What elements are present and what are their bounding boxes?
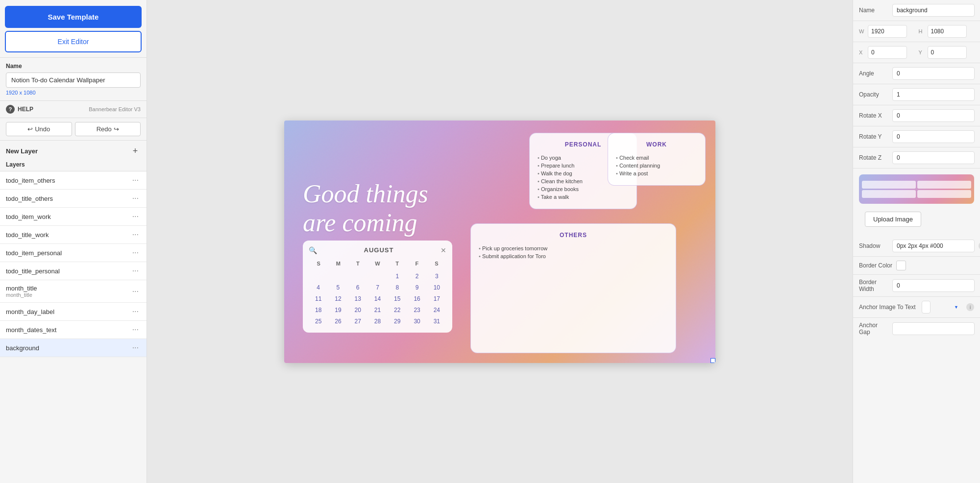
angle-input[interactable]	[892, 67, 975, 80]
layer-menu-button[interactable]: ···	[130, 176, 141, 185]
cal-day: 27	[348, 316, 368, 327]
opacity-input[interactable]	[892, 88, 975, 101]
day-label-wed: W	[368, 259, 387, 268]
right-sidebar: Name W H X Y Angle Opacity Rotate X	[853, 0, 980, 483]
cal-day: 2	[407, 271, 426, 282]
upload-image-button[interactable]: Upload Image	[865, 212, 921, 227]
layers-label: Layers	[0, 159, 147, 171]
layer-item-month-day-label[interactable]: month_day_label ···	[0, 303, 147, 321]
anchor-select-wrapper	[922, 301, 962, 314]
main-canvas[interactable]: Good things are coming 🔍 AUGUST ✕ S M T …	[147, 0, 853, 483]
layer-name: month_title	[6, 285, 37, 292]
canvas-resize-handle[interactable]	[710, 358, 715, 363]
border-color-swatch[interactable]	[896, 261, 906, 270]
border-width-label: Border Width	[859, 279, 888, 292]
layer-menu-button[interactable]: ···	[130, 287, 141, 296]
layer-name: month_day_label	[6, 308, 54, 315]
layer-menu-button[interactable]: ···	[130, 307, 141, 316]
others-card-items: Pick up groceries tomorrow Submit applic…	[479, 244, 668, 260]
layer-item-todo-item-others[interactable]: todo_item_others ···	[0, 171, 147, 190]
layer-item-month-dates-text[interactable]: month_dates_text ···	[0, 321, 147, 339]
save-template-button[interactable]: Save Template	[5, 6, 142, 28]
name-label: Name	[6, 63, 141, 70]
new-layer-label: New Layer	[6, 147, 38, 155]
layer-menu-button[interactable]: ···	[130, 194, 141, 203]
template-name-input[interactable]	[6, 72, 141, 88]
wh-row: W H	[853, 21, 980, 42]
cal-day: 28	[368, 316, 387, 327]
layer-item-month-title[interactable]: month_title month_title ···	[0, 280, 147, 303]
layer-menu-button[interactable]: ···	[130, 212, 141, 221]
y-label: Y	[919, 49, 925, 55]
y-input[interactable]	[928, 46, 967, 59]
shadow-input[interactable]	[892, 240, 975, 252]
cal-day: 1	[388, 271, 407, 282]
rotate-x-label: Rotate X	[859, 112, 888, 119]
calendar-header: 🔍 AUGUST ✕	[309, 246, 446, 254]
border-width-input[interactable]	[892, 279, 975, 292]
layer-menu-button[interactable]: ···	[130, 248, 141, 257]
canvas-wrapper: Good things are coming 🔍 AUGUST ✕ S M T …	[284, 121, 715, 363]
layer-item-background[interactable]: background ···	[0, 339, 147, 357]
rotate-z-input[interactable]	[892, 151, 975, 164]
calendar-month: AUGUST	[364, 246, 394, 254]
cal-day: 31	[427, 316, 446, 327]
w-input[interactable]	[868, 25, 907, 38]
help-button[interactable]: ? HELP	[6, 105, 33, 114]
layer-name: month_dates_text	[6, 326, 56, 334]
layer-name: todo_item_others	[6, 177, 55, 184]
layer-item-todo-title-others[interactable]: todo_title_others ···	[0, 190, 147, 208]
cal-day: 23	[407, 305, 426, 315]
others-card-title: OTHERS	[479, 232, 668, 239]
cal-day: 13	[348, 293, 368, 304]
work-card-title: WORK	[616, 141, 697, 148]
layer-menu-button[interactable]: ···	[130, 343, 141, 352]
cal-day: 5	[328, 282, 347, 293]
x-group: X	[859, 46, 915, 59]
h-group: H	[919, 25, 975, 38]
h-input[interactable]	[928, 25, 967, 38]
layer-item-todo-item-work[interactable]: todo_item_work ···	[0, 208, 147, 226]
preview-grid	[859, 178, 974, 201]
undo-label: Undo	[35, 125, 50, 133]
calendar-widget[interactable]: 🔍 AUGUST ✕ S M T W T F S	[303, 241, 452, 333]
rotate-y-input[interactable]	[892, 130, 975, 143]
help-icon: ?	[6, 105, 15, 114]
anchor-gap-input[interactable]	[892, 322, 975, 335]
redo-button[interactable]: Redo ↪	[75, 122, 141, 136]
day-label-tue: T	[348, 259, 368, 268]
preview-thumbnail	[859, 174, 974, 204]
anchor-gap-label: Anchor Gap	[859, 322, 888, 336]
exit-editor-button[interactable]: Exit Editor	[5, 31, 142, 52]
canvas-preview[interactable]: Good things are coming 🔍 AUGUST ✕ S M T …	[284, 121, 715, 363]
anchor-select[interactable]	[922, 301, 931, 314]
cal-day: 7	[368, 282, 387, 293]
cal-day: 10	[427, 282, 446, 293]
work-item-1: Check email	[616, 154, 697, 162]
layer-item-todo-title-personal[interactable]: todo_title_personal ···	[0, 262, 147, 280]
cal-day	[309, 271, 328, 282]
layer-menu-button[interactable]: ···	[130, 266, 141, 275]
name-field-input[interactable]	[892, 4, 975, 17]
rotate-z-row: Rotate Z	[853, 147, 980, 169]
shadow-row: Shadow i	[853, 236, 980, 257]
name-section: Name 1920 x 1080	[0, 58, 147, 100]
x-input[interactable]	[868, 46, 907, 59]
add-layer-button[interactable]: +	[130, 145, 141, 156]
preview-card-mini	[917, 190, 971, 198]
work-card-items: Check email Content planning Write a pos…	[616, 154, 697, 177]
cal-day: 12	[328, 293, 347, 304]
undo-button[interactable]: ↩ Undo	[6, 122, 72, 136]
anchor-info-icon: i	[966, 303, 974, 311]
layer-item-todo-item-personal[interactable]: todo_item_personal ···	[0, 244, 147, 262]
cal-day: 15	[388, 293, 407, 304]
layer-item-todo-title-work[interactable]: todo_title_work ···	[0, 226, 147, 244]
layers-list: todo_item_others ··· todo_title_others ·…	[0, 171, 147, 483]
cal-day	[368, 271, 387, 282]
undo-redo-bar: ↩ Undo Redo ↪	[0, 118, 147, 141]
cal-day	[328, 271, 347, 282]
layer-menu-button[interactable]: ···	[130, 230, 141, 239]
layer-menu-button[interactable]: ···	[130, 325, 141, 334]
name-row: Name	[853, 0, 980, 21]
rotate-x-input[interactable]	[892, 109, 975, 122]
